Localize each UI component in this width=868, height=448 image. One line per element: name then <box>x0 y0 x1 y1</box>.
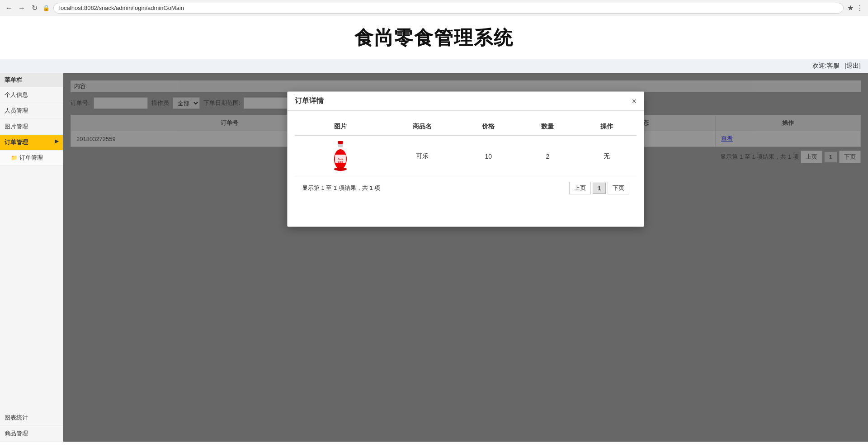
modal-cell-price: 10 <box>459 136 518 177</box>
modal-table: 图片 商品名 价格 数量 操作 <box>295 118 637 177</box>
sidebar-item-order[interactable]: 订单管理 ▶ <box>0 135 63 151</box>
modal-col-action: 操作 <box>577 118 637 136</box>
app-header: 食尚零食管理系统 <box>0 16 868 59</box>
sidebar-item-product[interactable]: 商品管理 <box>0 426 63 442</box>
product-image: Coca Cola <box>327 141 354 172</box>
forward-button[interactable]: → <box>17 4 26 13</box>
modal-overlay: 订单详情 × 图片 商品名 价格 数量 操作 <box>63 73 868 442</box>
sidebar-item-staff[interactable]: 人员管理 <box>0 103 63 119</box>
modal-pagination: 显示第 1 至 1 项结果，共 1 项 上页 1 下页 <box>295 177 637 197</box>
modal-col-product-name: 商品名 <box>386 118 459 136</box>
modal-close-button[interactable]: × <box>632 97 637 105</box>
svg-point-6 <box>334 167 347 171</box>
url-bar[interactable] <box>53 3 844 14</box>
app-title: 食尚零食管理系统 <box>0 25 868 51</box>
browser-icons: ★ ⋮ <box>847 4 863 12</box>
modal-header: 订单详情 × <box>288 92 644 111</box>
sidebar-item-personal[interactable]: 个人信息 <box>0 87 63 103</box>
welcome-bar: 欢迎:客服 [退出] <box>0 59 868 73</box>
folder-icon: 📁 <box>11 155 18 161</box>
main-layout: 菜单栏 个人信息 人员管理 图片管理 订单管理 ▶ 📁 订单管理 图表统计 商品… <box>0 73 868 442</box>
svg-text:Cola: Cola <box>338 160 343 163</box>
modal-prev-button[interactable]: 上页 <box>569 182 591 194</box>
modal-pagination-text: 显示第 1 至 1 项结果，共 1 项 <box>302 184 380 192</box>
modal-table-header-row: 图片 商品名 价格 数量 操作 <box>295 118 637 136</box>
modal-title: 订单详情 <box>295 96 324 106</box>
modal-cell-action: 无 <box>577 136 637 177</box>
modal-pagination-controls: 上页 1 下页 <box>569 182 629 194</box>
sidebar-item-image[interactable]: 图片管理 <box>0 119 63 135</box>
welcome-text: 欢迎:客服 <box>812 62 840 69</box>
modal-col-price: 价格 <box>459 118 518 136</box>
svg-rect-1 <box>338 144 343 147</box>
svg-rect-0 <box>338 141 343 144</box>
modal-page-1-button[interactable]: 1 <box>593 183 606 194</box>
sidebar-bottom: 图表统计 商品管理 <box>0 410 63 442</box>
modal-body: 图片 商品名 价格 数量 操作 <box>288 111 644 204</box>
modal-col-quantity: 数量 <box>518 118 577 136</box>
modal-next-button[interactable]: 下页 <box>608 182 629 194</box>
modal-cell-product-name: 可乐 <box>386 136 459 177</box>
browser-chrome: ← → ↻ 🔒 ★ ⋮ <box>0 0 868 16</box>
order-expand-icon: ▶ <box>55 138 58 144</box>
sidebar-sub-item-order[interactable]: 📁 订单管理 <box>0 151 63 165</box>
modal-cell-image: Coca Cola <box>295 136 386 177</box>
modal-cell-quantity: 2 <box>518 136 577 177</box>
content-area: 内容 订单号: 操作员 全部 下单日期范围: 搜索 订单号 下单号 状态 操作 <box>63 73 868 442</box>
refresh-button[interactable]: ↻ <box>30 4 39 13</box>
order-detail-modal: 订单详情 × 图片 商品名 价格 数量 操作 <box>287 91 644 227</box>
sidebar: 菜单栏 个人信息 人员管理 图片管理 订单管理 ▶ 📁 订单管理 图表统计 商品… <box>0 73 63 442</box>
logout-link[interactable]: [退出] <box>844 62 861 69</box>
sidebar-section-title: 菜单栏 <box>0 73 63 87</box>
sidebar-item-chart[interactable]: 图表统计 <box>0 410 63 426</box>
modal-col-image: 图片 <box>295 118 386 136</box>
back-button[interactable]: ← <box>5 4 14 13</box>
modal-table-row: Coca Cola 可乐 10 2 <box>295 136 637 177</box>
